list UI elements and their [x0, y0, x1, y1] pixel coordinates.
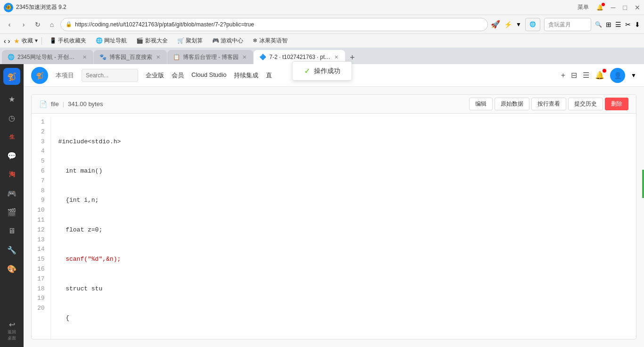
star-bookmarks-icon[interactable]: ★ — [14, 37, 20, 45]
sidebar-item-taobao[interactable]: 淘 — [3, 166, 20, 183]
code-line-3: {int i,n; — [58, 196, 628, 206]
tab-title-2345: 2345网址导航 - 开创中国百年... — [17, 53, 79, 61]
sidebar-item-game[interactable]: 🎮 — [3, 185, 20, 202]
bell-icon[interactable]: 🔔 — [595, 71, 604, 80]
bookmark-game[interactable]: 🎮 游戏中心 — [208, 36, 247, 46]
back-icon: ↩ — [9, 320, 15, 329]
toast-success-icon: ✓ — [304, 66, 310, 75]
browser-search-input[interactable] — [544, 18, 591, 31]
tab-close-admin[interactable]: ✕ — [241, 53, 248, 61]
lightning-icon[interactable]: ⚡ — [504, 21, 512, 28]
chat-icon: 💬 — [7, 151, 17, 160]
nav-link-cloudstudio[interactable]: Cloud Studio — [191, 71, 226, 80]
bookmark-mobile[interactable]: 📱 手机收藏夹 — [46, 36, 90, 46]
sidebar-item-video[interactable]: 🎬 — [3, 204, 20, 221]
tab-close-bokeyuan[interactable]: ✕ — [155, 53, 161, 61]
nav-actions: 🚀 ⚡ ▼ 🌐 🔍 ⊞ ☰ ✂ ⬇ — [491, 18, 640, 31]
refresh-button[interactable]: ↻ — [32, 19, 43, 30]
user-dropdown-icon[interactable]: ▼ — [631, 72, 636, 79]
back-nav-icon[interactable]: ‹ — [4, 37, 6, 45]
sidebar-item-back[interactable]: ↩ 返回桌面 — [2, 318, 21, 343]
line-num-13: 13 — [37, 235, 45, 245]
bookmark-video[interactable]: 🎬 影视大全 — [132, 36, 171, 46]
search-button[interactable]: 🔍 — [595, 21, 602, 28]
skin-icon: 🎨 — [7, 264, 17, 273]
tab-title-admin: 博客后台管理 - 博客园 — [183, 53, 239, 61]
nav-links: 企业版 会员 Cloud Studio 持续集成 直 — [146, 71, 272, 80]
code-line-7: { — [58, 314, 628, 323]
tab-bokeyuan[interactable]: 🐾 博客园_百度搜索 ✕ — [94, 50, 167, 64]
menu-label[interactable]: 菜单 — [578, 3, 589, 11]
list-view-icon[interactable]: ☰ — [615, 21, 621, 28]
bookmark-juhua[interactable]: 🛒 聚划算 — [173, 36, 206, 46]
sidebar-item-tag[interactable]: 生 — [3, 128, 20, 145]
bookmark-nav[interactable]: 🌐 网址导航 — [92, 36, 131, 46]
game-icon: 🎮 — [7, 189, 17, 198]
code-container: 1 2 3 4 5 6 7 8 9 10 11 12 13 14 15 16 1 — [32, 114, 636, 339]
app-logo[interactable]: 🐒 — [31, 67, 48, 84]
star-icon[interactable]: 🚀 — [491, 20, 500, 29]
menu-icon[interactable]: ☰ — [583, 71, 589, 80]
tab-admin[interactable]: 📋 博客后台管理 - 博客园 ✕ — [167, 50, 254, 64]
file-actions: 编辑 原始数据 按行查看 提交历史 删除 — [469, 98, 628, 110]
back-label: 返回桌面 — [8, 329, 16, 341]
line-num-20: 20 — [37, 304, 45, 314]
file-info: 📄 file | 341.00 bytes — [39, 100, 103, 108]
sidebar: 🐒 ★ ◷ 生 💬 淘 🎮 🎬 🖥 🔧 🎨 — [0, 64, 24, 347]
tab-title-bokeyuan: 博客园_百度搜索 — [109, 53, 152, 61]
bookmarks-label[interactable]: 收藏 ▾ — [22, 37, 37, 45]
line-num-8: 8 — [37, 186, 45, 196]
address-url: https://coding.net/u/t1027421763/p/pta6/… — [75, 21, 254, 28]
commit-history-button[interactable]: 提交历史 — [568, 98, 603, 110]
nav-link-ci[interactable]: 持续集成 — [234, 71, 258, 80]
code-line-1: #include<stdio.h> — [58, 137, 628, 147]
sidebar-item-screen[interactable]: 🖥 — [3, 223, 20, 240]
grid-icon[interactable]: ⊟ — [571, 71, 577, 80]
browser-title: 2345加速浏览器 9.2 — [16, 3, 66, 11]
bookmarks-bar: ‹ › ★ 收藏 ▾ 📱 手机收藏夹 🌐 网址导航 🎬 影视大全 🛒 聚划算 🎮… — [0, 34, 644, 48]
sidebar-logo[interactable]: 🐒 — [3, 68, 20, 85]
code-line-6: struct stu — [58, 284, 628, 294]
search-engine-btn[interactable]: 🌐 — [525, 18, 540, 31]
scissors-icon[interactable]: ✂ — [625, 21, 631, 28]
maximize-button[interactable]: □ — [623, 4, 627, 11]
grid-view-icon[interactable]: ⊞ — [606, 21, 611, 28]
sidebar-item-tool[interactable]: 🔧 — [3, 241, 20, 258]
line-view-button[interactable]: 按行查看 — [531, 98, 566, 110]
file-type-icon: 📄 — [39, 100, 47, 108]
tab-close-coding[interactable]: ✕ — [333, 53, 339, 61]
sidebar-item-skin[interactable]: 🎨 — [3, 260, 20, 277]
edit-button[interactable]: 编辑 — [469, 98, 493, 110]
tab-2345[interactable]: 🌐 2345网址导航 - 开创中国百年... ✕ — [2, 50, 93, 64]
back-button[interactable]: ‹ — [4, 19, 15, 30]
sidebar-item-star[interactable]: ★ — [3, 91, 20, 107]
nav-link-more[interactable]: 直 — [266, 71, 272, 80]
sidebar-item-clock[interactable]: ◷ — [3, 109, 20, 126]
dropdown-icon[interactable]: ▼ — [516, 21, 521, 28]
toast-message: 操作成功 — [314, 67, 340, 75]
tab-close-2345[interactable]: ✕ — [82, 53, 88, 61]
user-avatar[interactable]: 👤 — [610, 68, 625, 83]
download-icon[interactable]: ⬇ — [635, 21, 640, 28]
plus-icon[interactable]: + — [561, 71, 565, 80]
file-name: file — [51, 100, 59, 107]
raw-data-button[interactable]: 原始数据 — [495, 98, 529, 110]
browser-logo: 🐠 — [4, 3, 13, 12]
line-num-5: 5 — [37, 157, 45, 166]
sidebar-item-chat[interactable]: 💬 — [3, 147, 20, 164]
nav-actions-right: + ⊟ ☰ 🔔 👤 ▼ — [561, 68, 636, 83]
browser-navbar: ‹ › ↻ ⌂ 🔒 https://coding.net/u/t10274217… — [0, 15, 644, 34]
minimize-button[interactable]: ─ — [611, 4, 616, 11]
bookmark-english[interactable]: ❄ 冰果英语智 — [249, 36, 291, 46]
nav-link-member[interactable]: 会员 — [172, 71, 184, 80]
address-bar[interactable]: 🔒 https://coding.net/u/t1027421763/p/pta… — [60, 18, 488, 31]
nav-link-enterprise[interactable]: 企业版 — [146, 71, 164, 80]
delete-button[interactable]: 删除 — [605, 98, 628, 110]
notification-icon[interactable]: 🔔 — [596, 4, 603, 11]
project-label: 本项目 — [56, 71, 74, 80]
project-search-input[interactable] — [82, 69, 138, 82]
close-button[interactable]: ✕ — [635, 4, 640, 11]
forward-nav-icon[interactable]: › — [8, 37, 10, 45]
forward-button[interactable]: › — [18, 19, 29, 30]
home-button[interactable]: ⌂ — [46, 19, 58, 30]
